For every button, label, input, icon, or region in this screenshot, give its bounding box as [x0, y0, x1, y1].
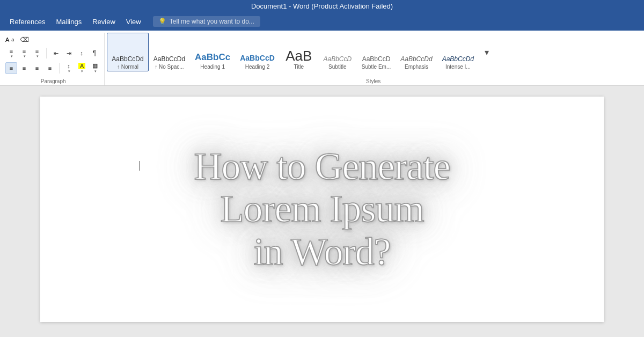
- style-subtitle[interactable]: AaBbCcD Subtitle: [318, 33, 357, 71]
- font-name-row: A a ⌫: [5, 34, 32, 46]
- document-page: How to GenerateLorem Ipsumin Word?: [40, 97, 604, 322]
- style-title-preview: AaB: [286, 49, 312, 63]
- style-subtitle-preview: AaBbCcD: [323, 55, 352, 63]
- style-title[interactable]: AaB Title: [280, 33, 318, 71]
- style-heading1-preview: AaBbCc: [195, 52, 230, 63]
- align-center-icon: ≡: [23, 65, 26, 71]
- divider1: [46, 48, 47, 58]
- style-heading1-label: Heading 1: [200, 64, 225, 70]
- pilcrow-btn[interactable]: ¶: [89, 47, 100, 59]
- style-heading2-preview: AaBbCcD: [240, 54, 275, 63]
- styles-label: Styles: [105, 78, 642, 84]
- sort-icon: ↕: [80, 50, 83, 56]
- bullets-row: ≡ ▾ ≡ ▾ ≡ ▾ ⇤ ⇥ ↕: [5, 46, 100, 60]
- line-spacing-dropdown: ▾: [68, 69, 70, 74]
- font-size-small: a: [11, 37, 14, 42]
- multilevel-icon: ≡: [35, 48, 39, 54]
- numbering-dropdown: ▾: [24, 54, 26, 58]
- increase-indent-btn[interactable]: ⇥: [63, 47, 75, 59]
- align-right-icon: ≡: [35, 65, 39, 71]
- font-group: A a ⌫ ≡ ▾ ≡ ▾ ≡ ▾ ⇤: [2, 33, 105, 85]
- paragraph-label: Paragraph: [2, 78, 104, 84]
- align-left-icon: ≡: [10, 65, 13, 71]
- style-title-label: Title: [294, 64, 304, 70]
- divider2: [59, 63, 60, 74]
- menu-references[interactable]: References: [4, 14, 50, 29]
- align-center-btn[interactable]: ≡: [18, 62, 30, 74]
- style-emphasis-preview: AaBbCcDd: [400, 55, 432, 63]
- pilcrow-icon: ¶: [93, 49, 96, 57]
- style-heading1[interactable]: AaBbCc Heading 1: [190, 33, 235, 71]
- decrease-indent-icon: ⇤: [54, 50, 58, 57]
- style-more-arrow: ▾: [485, 47, 489, 57]
- style-subtle-preview: AaBbCcD: [362, 55, 391, 63]
- align-left-btn[interactable]: ≡: [5, 62, 17, 74]
- font-size-display: A: [5, 36, 9, 43]
- menu-mailings[interactable]: Mailings: [50, 14, 87, 29]
- style-intense[interactable]: AaBbCcDd Intense I...: [437, 33, 479, 71]
- style-subtle-label: Subtle Em...: [362, 64, 391, 70]
- increase-indent-icon: ⇥: [67, 50, 71, 57]
- style-heading2[interactable]: AaBbCcD Heading 2: [235, 33, 280, 71]
- bullets-dropdown: ▾: [11, 54, 13, 58]
- ribbon-toolbar: A a ⌫ ≡ ▾ ≡ ▾ ≡ ▾ ⇤: [0, 31, 644, 85]
- decrease-indent-btn[interactable]: ⇤: [50, 47, 62, 59]
- numbering-icon: ≡: [23, 48, 26, 54]
- style-no-spacing-label: ↑ No Spac...: [155, 64, 184, 70]
- multilevel-btn[interactable]: ≡ ▾: [31, 46, 43, 60]
- justify-btn[interactable]: ≡: [44, 62, 56, 74]
- style-no-spacing[interactable]: AaBbCcDd ↑ No Spac...: [149, 33, 190, 71]
- style-more[interactable]: ▾: [479, 33, 495, 71]
- justify-icon: ≡: [48, 65, 52, 71]
- style-no-spacing-preview: AaBbCcDd: [153, 55, 185, 63]
- style-intense-preview: AaBbCcDd: [442, 55, 474, 63]
- menu-view[interactable]: View: [121, 14, 147, 29]
- shading-icon: A: [78, 63, 85, 69]
- document-heading: How to GenerateLorem Ipsumin Word?: [194, 145, 450, 273]
- document-content[interactable]: How to GenerateLorem Ipsumin Word?: [72, 118, 572, 301]
- styles-row: AaBbCcDd ↑ Normal AaBbCcDd ↑ No Spac... …: [107, 33, 640, 71]
- align-right-btn[interactable]: ≡: [31, 62, 43, 74]
- style-normal-preview: AaBbCcDd: [112, 55, 143, 63]
- clear-formatting-btn[interactable]: ⌫: [17, 34, 32, 46]
- style-emphasis[interactable]: AaBbCcDd Emphasis: [396, 33, 437, 71]
- line-spacing-btn[interactable]: ↕ ▾: [63, 61, 75, 75]
- document-area: How to GenerateLorem Ipsumin Word?: [0, 86, 644, 337]
- bullets-btn[interactable]: ≡ ▾: [5, 46, 17, 60]
- style-subtitle-label: Subtitle: [328, 64, 346, 70]
- border-btn[interactable]: ▦ ▾: [89, 61, 101, 75]
- title-bar-text: Document1 - Word (Product Activation Fai…: [251, 2, 393, 10]
- multilevel-dropdown: ▾: [36, 54, 39, 58]
- style-intense-label: Intense I...: [445, 64, 471, 70]
- shading-btn[interactable]: A ▾: [76, 61, 88, 75]
- style-normal[interactable]: AaBbCcDd ↑ Normal: [107, 33, 148, 71]
- align-row: ≡ ≡ ≡ ≡ ↕ ▾ A ▾: [5, 61, 101, 75]
- ribbon: A a ⌫ ≡ ▾ ≡ ▾ ≡ ▾ ⇤: [0, 31, 644, 86]
- style-normal-label: ↑ Normal: [117, 64, 138, 70]
- style-subtle-emphasis[interactable]: AaBbCcD Subtle Em...: [357, 33, 396, 71]
- style-emphasis-label: Emphasis: [405, 64, 428, 70]
- sort-btn[interactable]: ↕: [76, 47, 87, 59]
- line-spacing-icon: ↕: [67, 63, 70, 69]
- text-cursor: [140, 161, 140, 171]
- border-icon: ▦: [92, 62, 98, 69]
- bullets-icon: ≡: [10, 48, 13, 54]
- search-icon: 💡: [158, 18, 166, 25]
- menu-search-placeholder: Tell me what you want to do...: [170, 18, 254, 25]
- menu-search-box[interactable]: 💡 Tell me what you want to do...: [153, 16, 260, 27]
- menu-review[interactable]: Review: [87, 14, 121, 29]
- style-heading2-label: Heading 2: [245, 64, 270, 70]
- numbering-btn[interactable]: ≡ ▾: [18, 46, 30, 60]
- menu-bar: References Mailings Review View 💡 Tell m…: [0, 12, 644, 31]
- styles-section: AaBbCcDd ↑ Normal AaBbCcDd ↑ No Spac... …: [105, 33, 642, 85]
- title-bar: Document1 - Word (Product Activation Fai…: [0, 0, 644, 12]
